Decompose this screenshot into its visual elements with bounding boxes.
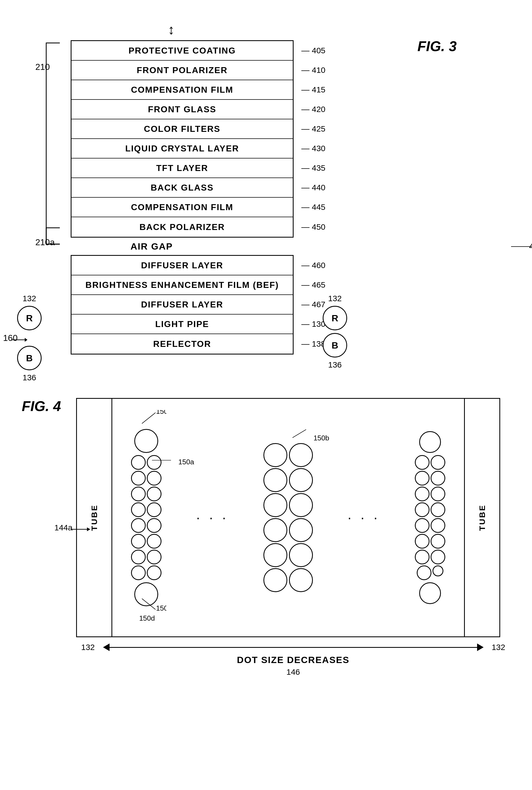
ref-132-left: 132 (81, 643, 103, 652)
layer-row: COMPENSATION FILM— 415 (72, 80, 293, 100)
top-layers: PROTECTIVE COATING— 405FRONT POLARIZER— … (72, 41, 293, 237)
label-144a: 144a (54, 523, 73, 532)
label-150b: 150b (290, 427, 329, 442)
layer-ref: — 465 (302, 280, 325, 290)
lamp-b-ref-left: 136 (23, 373, 36, 382)
arrow-line (110, 647, 477, 648)
dot (147, 502, 162, 517)
dot-lg (289, 518, 313, 542)
layer-ref: — 420 (302, 105, 325, 114)
arrow-head-right (477, 643, 483, 651)
ref-132-right: 132 (483, 643, 505, 652)
dot (415, 534, 430, 548)
ellipsis-right: · · · (348, 510, 380, 525)
layer-ref: — 430 (302, 144, 325, 153)
double-arrow (103, 643, 483, 651)
dot-pair-lg (263, 568, 313, 592)
bottom-stack-box: DIFFUSER LAYER— 460BRIGHTNESS ENHANCEMEN… (71, 255, 293, 354)
dot-pair (415, 471, 445, 485)
fig4-section: FIG. 4 TUBE 150d (22, 398, 510, 677)
layer-ref: — 405 (302, 46, 325, 55)
dot-pair (415, 518, 445, 533)
dot-column-left: 150d 150a (131, 429, 162, 606)
dot (131, 455, 146, 470)
dot (431, 518, 445, 533)
lamp-group-left: 132 R 160 B 136 (17, 294, 42, 382)
stack-area: 210 210a PROTECTIVE COATING— 405FRONT PO… (71, 40, 511, 354)
lamp-r-ref-left: 132 (23, 294, 36, 303)
label-160-arrow (11, 336, 27, 344)
layer-label: BACK GLASS (151, 183, 214, 193)
layer-ref: — 425 (302, 124, 325, 134)
label-144a-arrow (71, 525, 92, 533)
arrow-head-left (103, 643, 110, 651)
dot-pair (131, 550, 162, 564)
label-150d-top-arrow: 150d (139, 410, 166, 426)
dot (147, 534, 162, 548)
dot-large-top-left (134, 429, 158, 453)
layer-ref: — 138 (302, 339, 325, 348)
air-gap-ref-line (511, 246, 532, 247)
dot-pair (131, 487, 162, 501)
dot-area: 150d 150a (112, 399, 464, 636)
dot (415, 502, 430, 517)
dot-pair (415, 487, 445, 501)
dot-pair (131, 518, 162, 533)
layer-label: DIFFUSER LAYER (141, 300, 223, 310)
dot-pair (131, 534, 162, 548)
fig4-bottom-area: 132 132 DOT SIZE DECREASES 146 (76, 643, 510, 677)
dot-pair-lg (263, 493, 313, 517)
dot-lg (289, 493, 313, 517)
dot-lg (263, 568, 287, 592)
layer-row: BRIGHTNESS ENHANCEMENT FILM (BEF)— 465 (72, 275, 293, 295)
label-150a-line (152, 456, 176, 464)
dot-pair (131, 565, 162, 580)
label-150d-top: 150d (139, 410, 166, 428)
layer-ref: — 467 (302, 300, 325, 309)
dot (431, 455, 445, 470)
svg-marker-11 (87, 527, 90, 531)
layer-label: PROTECTIVE COATING (129, 46, 236, 56)
layer-row: DIFFUSER LAYER— 467 (72, 295, 293, 314)
ellipsis-left: · · · (196, 510, 229, 525)
layer-row: LIGHT PIPE— 130 (72, 314, 293, 334)
svg-text:150d: 150d (156, 604, 166, 612)
air-gap-label: AIR GAP (131, 241, 173, 252)
dot (415, 471, 430, 485)
lamp-b-circle-left: B (17, 346, 42, 370)
layer-label: LIQUID CRYSTAL LAYER (125, 143, 239, 154)
fig4-title: FIG. 4 (22, 398, 61, 414)
layer-row: FRONT POLARIZER— 410 (72, 61, 293, 80)
dot-lg (289, 568, 313, 592)
layer-row: LIQUID CRYSTAL LAYER— 430 (72, 139, 293, 158)
layer-label: FRONT POLARIZER (137, 65, 228, 75)
dot-lg (289, 543, 313, 567)
dot (431, 534, 445, 548)
lamp-r-ref-right: 132 (328, 294, 342, 303)
layer-row: COLOR FILTERS— 425 (72, 119, 293, 139)
dot (147, 471, 162, 485)
tube-right: TUBE (464, 399, 499, 636)
lamp-b-ref-right: 136 (328, 360, 342, 369)
dot-lg (289, 443, 313, 467)
dot (131, 550, 146, 564)
dot-pair (131, 471, 162, 485)
arrow-row: 132 132 (81, 643, 505, 652)
dot-pair-lg (263, 468, 313, 492)
dot-pair (417, 565, 443, 580)
layer-ref: — 445 (302, 203, 325, 212)
svg-line-7 (142, 599, 155, 610)
tube-left: TUBE (77, 399, 112, 636)
dot-column-middle: 150b (263, 443, 313, 592)
layer-row: PROTECTIVE COATING— 405 (72, 41, 293, 61)
dot-sm (433, 565, 443, 576)
dot (415, 550, 430, 564)
dot-lg (263, 543, 287, 567)
dot-pair-lg (263, 543, 313, 567)
label-150d-bottom: 150d 150d (139, 596, 166, 622)
dot (415, 487, 430, 501)
layer-ref: — 460 (302, 261, 325, 270)
top-stack-box: PROTECTIVE COATING— 405FRONT POLARIZER— … (71, 40, 293, 237)
layer-row: TFT LAYER— 435 (72, 158, 293, 178)
layer-label: REFLECTOR (153, 339, 211, 349)
